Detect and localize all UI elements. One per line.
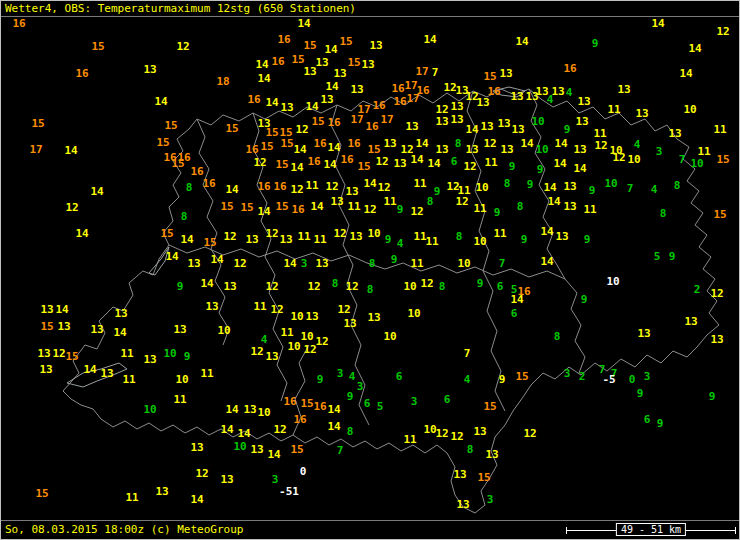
station-temp: 15 [220, 200, 233, 213]
station-temp: 9 [385, 233, 392, 246]
station-temp: 10 [457, 257, 470, 270]
station-temp: 14 [154, 95, 167, 108]
station-temp: 13 [223, 280, 236, 293]
station-temp: 14 [90, 185, 103, 198]
station-temp: 14 [64, 144, 77, 157]
station-temp: 13 [577, 95, 590, 108]
station-temp: 15 [260, 140, 273, 153]
station-temp: 13 [320, 93, 333, 106]
station-temp: 15 [290, 443, 303, 456]
station-temp: 7 [679, 153, 686, 166]
station-temp: 9 [709, 390, 716, 403]
station-temp: 13 [456, 498, 469, 511]
station-temp: 11 [425, 235, 438, 248]
station-temp: 3 [301, 257, 308, 270]
station-temp: 13 [485, 448, 498, 461]
scale-bar-tick-right [735, 527, 736, 534]
station-temp: 9 [521, 233, 528, 246]
station-temp: 8 [517, 200, 524, 213]
station-temp: 8 [181, 210, 188, 223]
station-temp: 13 [684, 315, 697, 328]
station-temp: 6 [364, 397, 371, 410]
station-temp: 14 [327, 141, 340, 154]
station-temp: 14 [190, 493, 203, 506]
station-temp: 7 [432, 66, 439, 79]
station-temp: 15 [31, 117, 44, 130]
station-temp: 4 [464, 373, 471, 386]
station-temp: 13 [280, 101, 293, 114]
station-temp: 12 [410, 205, 423, 218]
station-temp: 9 [589, 184, 596, 197]
station-temp: 3 [564, 367, 571, 380]
station-temp: 8 [369, 257, 376, 270]
station-temp: 13 [315, 56, 328, 69]
station-temp: 17 [29, 143, 42, 156]
station-temp: 10 [606, 275, 619, 288]
station-temp: 10 [300, 330, 313, 343]
station-temp: 11 [410, 257, 423, 270]
station-temp: 13 [473, 425, 486, 438]
station-temp: 13 [220, 473, 233, 486]
station-temp: 3 [656, 145, 663, 158]
station-temp: 13 [525, 90, 538, 103]
station-temp: 14 [180, 233, 193, 246]
station-temp: 14 [267, 448, 280, 461]
station-temp: 15 [156, 136, 169, 149]
station-temp: 11 [120, 347, 133, 360]
station-temp: 16 [75, 67, 88, 80]
station-temp: 13 [265, 350, 278, 363]
station-temp: 14 [679, 67, 692, 80]
station-temp: 11 [122, 373, 135, 386]
station-temp: 13 [405, 120, 418, 133]
station-temp: 9 [477, 277, 484, 290]
station-temp: 14 [688, 42, 701, 55]
station-temp: 2 [694, 283, 701, 296]
station-temp: 13 [500, 143, 513, 156]
station-temp: 9 [592, 37, 599, 50]
station-temp: 12 [303, 343, 316, 356]
station-temp: 11 [297, 230, 310, 243]
station-temp: 13 [187, 257, 200, 270]
station-temp: 3 [337, 367, 344, 380]
station-temp: 13 [555, 230, 568, 243]
station-temp: 14 [255, 58, 268, 71]
station-temp: 6 [396, 370, 403, 383]
station-temp: 9 [537, 163, 544, 176]
station-temp: 14 [165, 250, 178, 263]
station-temp: 14 [520, 137, 533, 150]
station-temp: 12 [250, 345, 263, 358]
station-temp: 15 [240, 201, 253, 214]
station-temp: 11 [173, 393, 186, 406]
station-temp: 9 [637, 387, 644, 400]
status-bar: So, 08.03.2015 18:00z (c) MeteoGroup 49 … [1, 520, 739, 539]
station-temp: 16 [12, 17, 25, 30]
station-temp: 13 [343, 317, 356, 330]
station-temp: 11 [305, 179, 318, 192]
station-temp: 13 [450, 113, 463, 126]
station-temp: 12 [455, 195, 468, 208]
station-temp: 17 [415, 65, 428, 78]
station-temp: 14 [55, 303, 68, 316]
station-temp: 0 [629, 373, 636, 386]
station-temp: 15 [280, 137, 293, 150]
station-temp: 17 [350, 113, 363, 126]
station-temp: 9 [177, 280, 184, 293]
station-temp: 12 [195, 467, 208, 480]
station-temp: 10 [531, 115, 544, 128]
station-temp: 11 [607, 103, 620, 116]
station-temp: 15 [303, 39, 316, 52]
station-temp: 14 [225, 403, 238, 416]
station-temp: 3 [644, 370, 651, 383]
station-temp: 12 [612, 151, 625, 164]
station-temp: 12 [295, 123, 308, 136]
station-temp: 12 [450, 430, 463, 443]
station-temp: 11 [713, 123, 726, 136]
station-temp: 14 [305, 100, 318, 113]
station-temp: 13 [245, 233, 258, 246]
station-temp: 13 [499, 67, 512, 80]
station-temp: 10 [403, 280, 416, 293]
station-temp: 9 [317, 373, 324, 386]
station-temp: 13 [243, 403, 256, 416]
station-temp: 9 [434, 185, 441, 198]
station-temp: 16 [271, 55, 284, 68]
